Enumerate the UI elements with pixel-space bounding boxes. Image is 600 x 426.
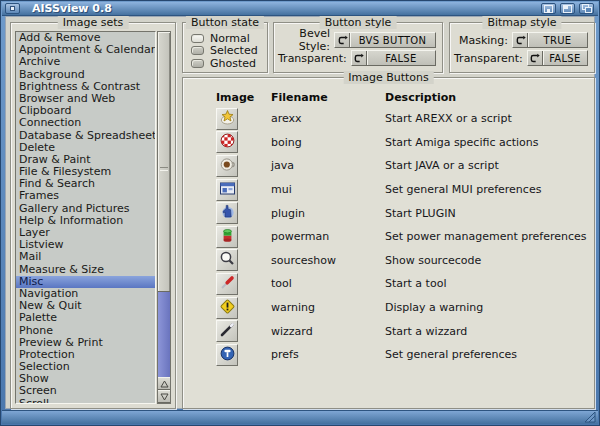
list-item[interactable]: Database & Spreadsheet (16, 130, 155, 142)
wizzard-icon (219, 321, 236, 341)
list-item[interactable]: Connection (16, 117, 155, 129)
mui-image-button[interactable] (216, 179, 238, 201)
description-cell: Set general preferences (385, 348, 594, 361)
wizzard-image-button[interactable] (216, 320, 238, 342)
list-item[interactable]: Palette (16, 312, 155, 324)
list-item[interactable]: Archive (16, 56, 155, 68)
list-item[interactable]: Screen (16, 385, 155, 397)
cycle-icon (528, 51, 543, 65)
button-state-option[interactable]: Ghosted (191, 57, 263, 70)
table-row: plugin Start PLUGIN (183, 201, 594, 225)
description-cell: Display a warning (385, 301, 594, 314)
scrollbar-grip (160, 167, 168, 171)
list-item[interactable]: Scroll (16, 398, 155, 404)
cycle-gadget[interactable]: FALSE (527, 50, 588, 66)
scroll-down-button[interactable] (158, 390, 170, 403)
description-cell: Start JAVA or a script (385, 159, 594, 172)
list-item[interactable]: Background (16, 69, 155, 81)
description-cell: Start PLUGIN (385, 207, 594, 220)
table-row: arexx Start AREXX or a script (183, 107, 594, 131)
field-label: Transparent: (454, 52, 527, 65)
radio-label: Ghosted (210, 57, 256, 70)
zoom-gadget[interactable] (560, 3, 575, 14)
scrollbar-knob[interactable] (158, 32, 170, 292)
image-buttons-group-title: Image Buttons (343, 71, 434, 84)
filename-cell: plugin (271, 207, 385, 220)
filename-cell: powerman (271, 230, 385, 243)
radio-icon[interactable] (191, 34, 204, 43)
window-bottom-border[interactable] (2, 410, 598, 424)
iconify-icon (544, 5, 553, 13)
plugin-icon (219, 203, 236, 223)
button-style-group: Button style Bevel Style: BVS BUTTON Tra… (273, 22, 443, 73)
close-gadget[interactable] (5, 3, 20, 14)
cycle-gadget[interactable]: FALSE (351, 50, 436, 66)
powerman-image-button[interactable] (216, 226, 238, 248)
tool-image-button[interactable] (216, 273, 238, 295)
description-cell: Start Amiga specific actions (385, 136, 594, 149)
java-image-button[interactable] (216, 155, 238, 177)
cycle-icon (352, 51, 367, 65)
description-cell: Set power management preferences (385, 230, 594, 243)
app-window: AISSview 0.8 (0, 0, 600, 426)
warning-image-button[interactable] (216, 297, 238, 319)
cycle-icon (335, 33, 350, 47)
resize-gadget[interactable] (584, 411, 596, 423)
sourceshow-icon (219, 250, 236, 270)
description-cell: Start a wizzard (385, 325, 594, 338)
plugin-image-button[interactable] (216, 202, 238, 224)
description-cell: Start a tool (385, 277, 594, 290)
boing-image-button[interactable] (216, 131, 238, 153)
image-sets-group-title: Image sets (58, 16, 129, 29)
table-row: sourceshow Show sourcecode (183, 249, 594, 273)
field-label: Masking: (454, 34, 512, 47)
cycle-field: Transparent: FALSE (454, 50, 588, 66)
sourceshow-image-button[interactable] (216, 249, 238, 271)
prefs-image-button[interactable] (216, 344, 238, 366)
window-content: Image sets Add & RemoveAppointment & Cal… (5, 16, 595, 409)
radio-icon[interactable] (191, 59, 204, 68)
window-title: AISSview 0.8 (32, 2, 112, 15)
column-header-description: Description (385, 91, 594, 104)
button-state-group-title: Button state (186, 16, 264, 29)
arrow-up-icon (160, 380, 169, 388)
table-row: tool Start a tool (183, 272, 594, 296)
list-item[interactable]: Gallery and Pictures (16, 203, 155, 215)
image-sets-list[interactable]: Add & RemoveAppointment & CalendarArchiv… (15, 31, 156, 404)
description-cell: Start AREXX or a script (385, 112, 594, 125)
cycle-value: FALSE (367, 51, 435, 65)
prefs-icon (219, 345, 236, 365)
description-cell: Set general MUI preferences (385, 183, 594, 196)
table-row: prefs Set general preferences (183, 343, 594, 367)
titlebar[interactable]: AISSview 0.8 (2, 2, 598, 16)
list-item[interactable]: Phone (16, 325, 155, 337)
close-icon (10, 6, 15, 11)
filename-cell: arexx (271, 112, 385, 125)
list-item[interactable]: Frames (16, 190, 155, 202)
description-cell: Show sourcecode (385, 254, 594, 267)
warning-icon (219, 298, 236, 318)
button-state-option[interactable]: Normal (191, 32, 263, 45)
arexx-icon (219, 109, 236, 129)
field-label: Transparent: (278, 52, 351, 65)
scroll-up-button[interactable] (158, 377, 170, 390)
image-sets-scrollbar[interactable] (157, 31, 171, 404)
cycle-gadget[interactable]: TRUE (512, 32, 588, 48)
button-state-options: Normal Selected Ghosted (191, 32, 263, 70)
depth-gadget[interactable] (579, 3, 594, 14)
table-row: powerman Set power management preference… (183, 225, 594, 249)
scrollbar-track[interactable] (158, 292, 170, 377)
cycle-gadget[interactable]: BVS BUTTON (334, 32, 436, 48)
button-state-option[interactable]: Selected (191, 45, 263, 58)
bitmap-style-group: Bitmap style Masking: TRUE Transparent: … (449, 22, 595, 73)
arexx-image-button[interactable] (216, 108, 238, 130)
iconify-gadget[interactable] (541, 3, 556, 14)
button-style-fields: Bevel Style: BVS BUTTON Transparent: FAL… (278, 32, 436, 68)
cycle-value: BVS BUTTON (350, 33, 435, 47)
radio-icon[interactable] (191, 46, 204, 55)
radio-label: Normal (210, 32, 250, 45)
list-item[interactable]: Measure & Size (16, 264, 155, 276)
filename-cell: mui (271, 183, 385, 196)
list-item[interactable]: Mail (16, 251, 155, 263)
filename-cell: java (271, 159, 385, 172)
